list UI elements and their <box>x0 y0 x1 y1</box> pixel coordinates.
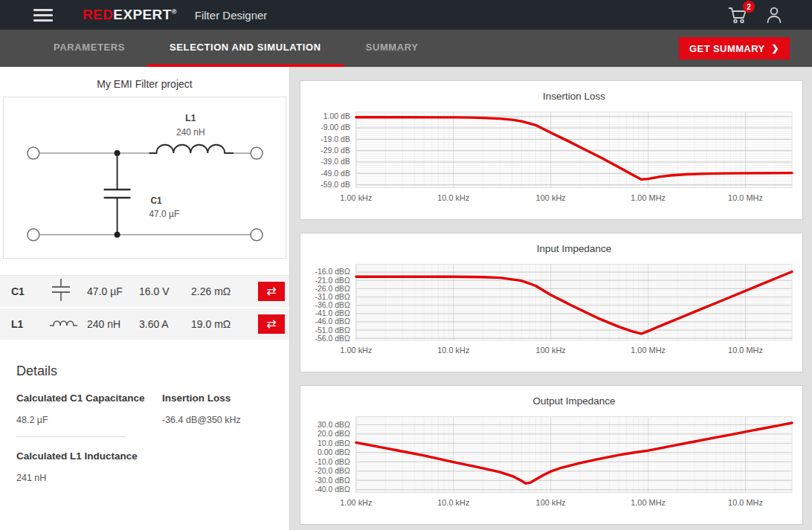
chart-title: Output Impedance <box>356 395 792 407</box>
svg-text:100 kHz: 100 kHz <box>536 346 566 355</box>
svg-text:-46.0 dBΩ: -46.0 dBΩ <box>315 317 350 326</box>
cart-badge: 2 <box>743 1 755 13</box>
person-glyph <box>764 5 784 25</box>
svg-text:-51.0 dBΩ: -51.0 dBΩ <box>315 326 350 335</box>
svg-text:1.00 MHz: 1.00 MHz <box>631 193 666 202</box>
registered-mark: ® <box>172 8 177 16</box>
terminal-in-top <box>28 147 39 159</box>
svg-text:0.00 dBΩ: 0.00 dBΩ <box>318 448 350 456</box>
svg-text:1.00 MHz: 1.00 MHz <box>631 498 666 507</box>
svg-text:1.00 kHz: 1.00 kHz <box>340 498 372 507</box>
inductor-name-label: L1 <box>185 113 196 123</box>
svg-text:-20.0 dBΩ: -20.0 dBΩ <box>315 467 350 475</box>
detail-l1-inductance: Calculated L1 Inductance 241 nH <box>16 437 162 483</box>
junction-dot-bottom <box>115 232 120 238</box>
details-section: Details Calculated C1 Capacitance 48.2 µ… <box>0 363 289 483</box>
component-resistance: 19.0 mΩ <box>191 318 258 330</box>
component-rating: 16.0 V <box>139 285 191 297</box>
swap-l1-button[interactable]: ⇄ <box>258 314 285 334</box>
terminal-out-bottom <box>251 229 262 241</box>
svg-text:-31.0 dBΩ: -31.0 dBΩ <box>315 293 350 301</box>
detail-value: -36.4 dB@350 kHz <box>162 415 273 425</box>
tab-selection-and-simulation[interactable]: SELECTION AND SIMULATION <box>147 30 344 67</box>
component-table: C1 47.0 µF 16.0 V 2.26 mΩ ⇄ <box>0 275 289 341</box>
svg-text:-56.0 dBΩ: -56.0 dBΩ <box>315 335 350 343</box>
circuit-svg: L1 240 nH C1 47.0 µF <box>4 97 286 258</box>
svg-text:-40.0 dBΩ: -40.0 dBΩ <box>315 485 350 494</box>
table-row-l1: L1 240 nH 3.60 A 19.0 mΩ ⇄ <box>0 308 289 341</box>
svg-text:-19.0 dB: -19.0 dB <box>320 135 350 143</box>
svg-text:-49.0 dB: -49.0 dB <box>320 169 350 178</box>
component-name: L1 <box>11 318 48 330</box>
svg-text:30.0 dBΩ: 30.0 dBΩ <box>318 421 350 429</box>
chart-title: Input Impedance <box>356 243 792 254</box>
svg-text:-26.0 dBΩ: -26.0 dBΩ <box>315 285 350 293</box>
redexpert-logo[interactable]: REDEXPERT® <box>83 7 177 23</box>
detail-label: Insertion Loss <box>162 392 273 404</box>
get-summary-button[interactable]: GET SUMMARY ❯ <box>679 37 790 59</box>
logo-red-part: RED <box>83 7 113 22</box>
component-resistance: 2.26 mΩ <box>191 285 258 297</box>
table-row-c1: C1 47.0 µF 16.0 V 2.26 mΩ ⇄ <box>0 276 289 308</box>
component-rating: 3.60 A <box>139 318 191 330</box>
inductor-value-label: 240 nH <box>176 127 205 138</box>
terminal-in-bottom <box>28 229 39 241</box>
insertion-loss-chart: Insertion Loss 1.00 dB-9.00 dB-19.0 dB-2… <box>300 80 803 220</box>
svg-text:1.00 kHz: 1.00 kHz <box>340 346 372 355</box>
svg-text:-16.0 dBΩ: -16.0 dBΩ <box>315 268 350 277</box>
svg-text:10.0 MHz: 10.0 MHz <box>728 193 763 202</box>
svg-text:10.0 kHz: 10.0 kHz <box>437 193 469 202</box>
left-panel: My EMI Filter project <box>0 67 290 530</box>
component-value: 240 nH <box>87 318 139 330</box>
svg-text:10.0 MHz: 10.0 MHz <box>728 498 763 507</box>
detail-label: Calculated C1 Capacitance <box>16 392 162 404</box>
svg-text:-41.0 dBΩ: -41.0 dBΩ <box>315 309 350 317</box>
svg-text:10.0 MHz: 10.0 MHz <box>728 346 763 355</box>
svg-text:1.00 MHz: 1.00 MHz <box>631 346 666 355</box>
svg-text:-36.0 dBΩ: -36.0 dBΩ <box>315 301 350 309</box>
swap-icon: ⇄ <box>266 315 276 333</box>
inductor-symbol[interactable] <box>149 145 233 153</box>
header-actions: 2 <box>727 5 784 25</box>
svg-text:-9.00 dB: -9.00 dB <box>320 124 350 132</box>
output-impedance-chart: Output Impedance 30.0 dBΩ20.0 dBΩ10.0 dB… <box>300 385 803 525</box>
swap-icon: ⇄ <box>266 282 276 300</box>
details-heading: Details <box>16 363 273 379</box>
main-content: My EMI Filter project <box>0 67 812 530</box>
account-icon[interactable] <box>764 5 784 25</box>
get-summary-label: GET SUMMARY <box>689 43 764 54</box>
project-title: My EMI Filter project <box>0 67 289 90</box>
tab-bar: PARAMETERS SELECTION AND SIMULATION SUMM… <box>0 30 812 67</box>
charts-panel: Insertion Loss 1.00 dB-9.00 dB-19.0 dB-2… <box>290 67 812 530</box>
detail-c1-capacitance: Calculated C1 Capacitance 48.2 µF <box>16 379 162 437</box>
cart-icon[interactable]: 2 <box>727 5 748 25</box>
svg-text:10.0 dBΩ: 10.0 dBΩ <box>318 439 350 447</box>
capacitor-icon <box>48 277 87 306</box>
svg-text:100 kHz: 100 kHz <box>536 193 566 202</box>
detail-value: 48.2 µF <box>16 415 162 425</box>
page-title: Filter Designer <box>195 9 268 22</box>
svg-text:100 kHz: 100 kHz <box>536 498 566 507</box>
svg-text:10.0 kHz: 10.0 kHz <box>437 498 469 507</box>
input-impedance-chart: Input Impedance -16.0 dBΩ-21.0 dBΩ-26.0 … <box>300 233 803 372</box>
logo-expert-part: EXPERT <box>113 7 171 22</box>
svg-text:-29.0 dB: -29.0 dB <box>320 146 350 155</box>
menu-icon[interactable] <box>33 6 53 25</box>
detail-value: 241 nH <box>16 473 162 483</box>
swap-c1-button[interactable]: ⇄ <box>258 282 285 301</box>
svg-text:1.00 dB: 1.00 dB <box>323 112 350 120</box>
detail-label: Calculated L1 Inductance <box>16 450 162 462</box>
tab-summary[interactable]: SUMMARY <box>344 30 441 67</box>
component-value: 47.0 µF <box>87 285 139 297</box>
svg-text:-10.0 dBΩ: -10.0 dBΩ <box>315 458 350 466</box>
terminal-out-top <box>251 147 262 159</box>
component-name: C1 <box>11 285 48 297</box>
capacitor-name-label: C1 <box>150 195 162 206</box>
chart-title: Insertion Loss <box>356 91 792 102</box>
app-header: REDEXPERT® Filter Designer 2 <box>0 0 812 30</box>
filter-designer-app: REDEXPERT® Filter Designer 2 PARAMETERS <box>0 0 812 530</box>
capacitor-value-label: 47.0 µF <box>149 209 179 219</box>
detail-insertion-loss: Insertion Loss -36.4 dB@350 kHz <box>162 379 273 437</box>
tab-parameters[interactable]: PARAMETERS <box>31 30 147 67</box>
svg-text:-39.0 dB: -39.0 dB <box>320 158 350 166</box>
